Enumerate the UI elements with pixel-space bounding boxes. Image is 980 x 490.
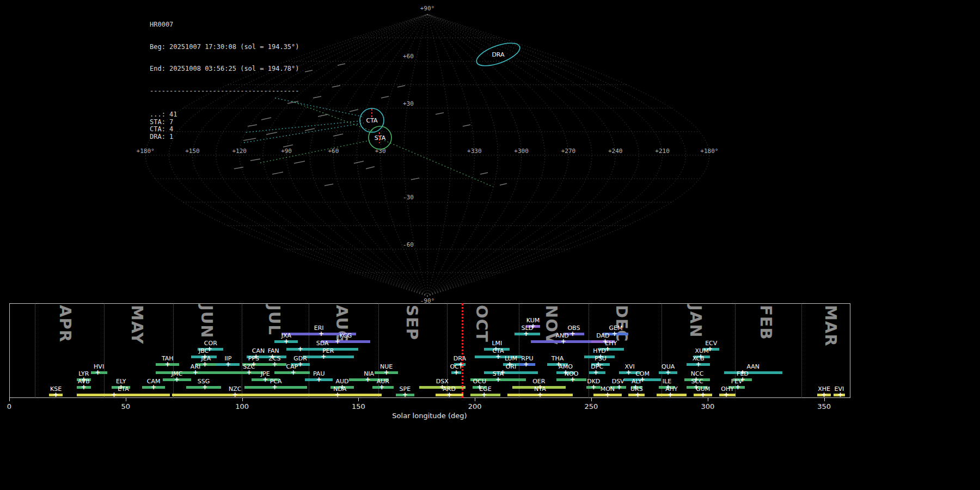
shower-peak-marker-CAP: + [290, 369, 297, 376]
shower-peak-marker-PER: + [320, 353, 327, 360]
meteor-track [250, 159, 260, 161]
shower-peak-marker-ERI: + [318, 330, 324, 337]
meteor-track [318, 114, 328, 117]
x-axis-tick [242, 398, 243, 401]
sky-map: +90°-90°+180°+150+120+90+60+30+330+300+2… [0, 0, 980, 303]
shower-peak-marker-ORI: + [500, 369, 506, 376]
shower-peak-marker-JMC: + [174, 376, 180, 383]
shower-peak-marker-DSX: + [439, 384, 445, 390]
shower-peak-marker-CAN: + [253, 353, 259, 360]
shower-peak-marker-EVI: + [837, 391, 844, 398]
meteor-track [411, 178, 419, 180]
shower-peak-marker-JEA: + [201, 361, 208, 367]
x-axis-tick [475, 398, 475, 401]
shower-peak-marker-NZC: + [232, 391, 238, 398]
shower-peak-marker-LUM: + [506, 361, 513, 367]
shower-peak-marker-NCC: + [693, 376, 699, 383]
meteor-track [305, 128, 315, 131]
shower-peak-marker-FAN: + [269, 353, 275, 360]
shower-peak-marker-OCT: + [453, 369, 460, 376]
shower-peak-marker-THA: + [555, 361, 562, 367]
count-line: DRA: 1 [150, 133, 299, 141]
shower-peak-marker-OER: + [537, 384, 543, 390]
pole-label-south: -90° [420, 297, 435, 303]
shower-peak-marker-LMI: + [493, 346, 499, 352]
shower-peak-marker-CAM: + [150, 384, 157, 390]
shower-peak-marker-JXA: + [283, 338, 290, 345]
shower-peak-marker-ETA: + [111, 391, 117, 398]
shower-peak-marker-XCB: + [695, 361, 702, 367]
shower-peak-marker-LYR: + [81, 376, 87, 383]
shower-peak-marker-ELY: + [118, 384, 124, 390]
meteor-track [397, 85, 405, 87]
shower-peak-marker-AMO: + [562, 369, 569, 376]
meteor-track [272, 172, 283, 174]
shower-peak-marker-SCC: + [693, 384, 699, 390]
count-line: ...: 41 [150, 111, 299, 119]
meteor-track [350, 109, 358, 112]
shower-peak-marker-PCA: + [271, 384, 278, 390]
shower-peak-marker-SPE: + [402, 391, 408, 398]
meteor-track [366, 167, 375, 169]
month-label-OCT: OCT [473, 305, 491, 342]
x-axis-tick [126, 398, 126, 401]
info-title: HR0007 [150, 21, 299, 29]
shower-peak-marker-OHY: + [723, 391, 730, 398]
shower-peak-marker-AHY: + [667, 391, 673, 398]
shower-peak-marker-KUM: + [530, 323, 536, 329]
shower-peak-marker-XHE: + [821, 391, 828, 398]
shower-peak-marker-OBS: + [569, 330, 576, 337]
month-label-SEP: SEP [403, 305, 421, 340]
month-label-FEB: FEB [757, 305, 775, 340]
latitude-label: -60 [403, 241, 414, 248]
shower-peak-marker-XVI: + [625, 369, 632, 376]
shower-peak-marker-JBC: + [201, 353, 208, 360]
shower-peak-marker-ALY: + [632, 384, 639, 390]
longitude-label: +330 [467, 148, 482, 155]
shower-peak-marker-EGE: + [481, 391, 487, 398]
shower-peak-marker-DKD: + [590, 384, 597, 390]
meteor-track [313, 96, 321, 98]
longitude-label: +180° [700, 148, 718, 155]
latitude-label: +60 [403, 53, 414, 60]
meteor-track [234, 167, 243, 169]
month-gridline [104, 303, 105, 398]
month-gridline [801, 303, 802, 398]
shower-peak-marker-SSG: + [201, 384, 208, 390]
meteor-track [332, 85, 340, 87]
meteor-track [338, 64, 345, 65]
info-begin: Beg: 20251007 17:30:08 (sol = 194.35°) [150, 44, 299, 51]
month-label-JAN: JAN [687, 305, 705, 338]
observation-info: HR0007 Beg: 20251007 17:30:08 (sol = 194… [150, 7, 299, 155]
shower-peak-marker-PPS: + [250, 361, 257, 367]
shower-peak-marker-NOO: + [569, 376, 576, 383]
map-meridian [427, 14, 639, 296]
shower-peak-marker-GDR: + [297, 361, 304, 367]
shower-peak-marker-PSU: + [595, 361, 602, 367]
meteor-track [294, 161, 305, 163]
shower-peak-marker-NUE: + [383, 369, 390, 376]
map-meridian [427, 14, 592, 296]
x-axis-tick [358, 398, 359, 401]
shower-peak-marker-QUA: + [665, 369, 671, 376]
month-label-MAY: MAY [128, 305, 146, 345]
pole-label-north: +90° [420, 5, 435, 12]
month-gridline [35, 303, 35, 398]
shower-peak-marker-FEV: + [734, 384, 741, 390]
shower-peak-marker-HVI: + [94, 369, 101, 376]
current-sol-line [462, 303, 463, 398]
latitude-label: -30 [403, 194, 414, 201]
longitude-label: +300 [514, 148, 529, 155]
longitude-label: +240 [608, 148, 623, 155]
meteor-track [381, 96, 389, 98]
meteor-track [305, 70, 313, 72]
x-axis-tick [708, 398, 708, 401]
shower-peak-marker-COM: + [639, 376, 646, 383]
shower-peak-marker-NDA: + [334, 391, 341, 398]
shower-peak-marker-DAD: + [602, 338, 609, 345]
info-end: End: 20251008 03:56:25 (sol = 194.78°) [150, 65, 299, 73]
month-label-MAR: MAR [822, 305, 840, 347]
shower-peak-marker-ILE: + [665, 384, 671, 390]
meteor-track [480, 173, 488, 174]
month-gridline [173, 303, 174, 398]
